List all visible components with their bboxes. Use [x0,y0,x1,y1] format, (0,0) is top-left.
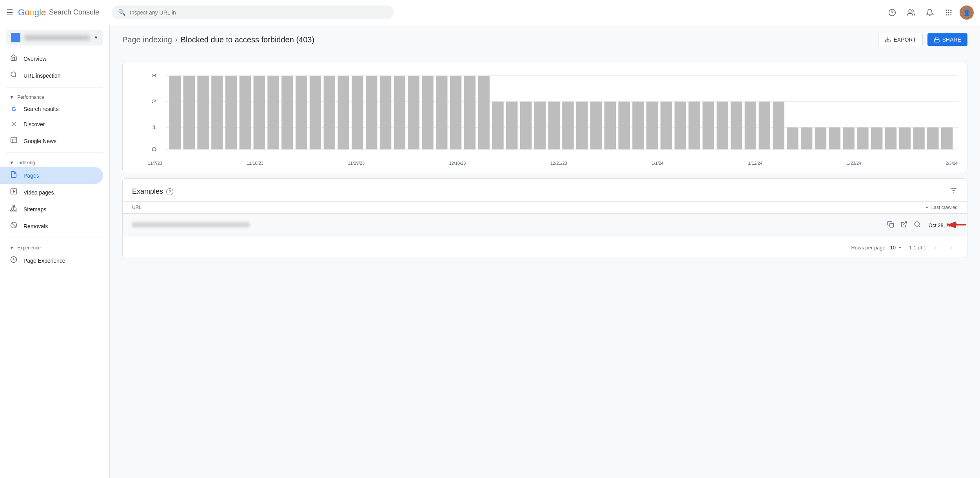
google-wordmark: Google [18,7,46,18]
app-name: Search Console [49,8,99,16]
property-selector[interactable]: ▼ [6,30,103,45]
svg-rect-83 [773,102,784,149]
menu-icon[interactable]: ☰ [6,8,13,17]
sidebar-item-overview[interactable]: Overview [0,50,103,67]
svg-rect-44 [225,76,237,149]
section-experience-label: Experience [17,245,41,251]
svg-rect-45 [240,76,251,149]
svg-rect-47 [267,76,279,149]
svg-line-102 [918,225,920,227]
user-avatar[interactable]: 👤 [960,5,974,20]
sidebar-item-discover[interactable]: ✳ Discover [0,116,103,133]
section-performance-label: Performance [17,95,44,100]
rows-per-page-select[interactable]: 10 [890,245,902,251]
url-column-label: URL [132,205,142,210]
chevron-down-icon: ▼ [9,95,14,100]
svg-point-101 [915,222,919,226]
download-icon [885,36,891,43]
sidebar-item-google-news[interactable]: Google News [0,133,103,149]
svg-rect-63 [492,102,503,149]
svg-point-2 [946,9,947,11]
help-icon-button[interactable] [884,5,900,20]
topnav-right-actions: 👤 [884,5,974,20]
x-label-1: 11/18/23 [247,161,263,165]
manage-users-icon-button[interactable] [903,5,919,20]
table-col-crawled-header[interactable]: Last crawled [924,205,958,210]
breadcrumb-current: Blocked due to access forbidden (403) [181,35,314,44]
table-row-actions [886,219,922,231]
home-icon [9,54,18,63]
sidebar-item-url-inspection[interactable]: URL inspection [0,67,103,84]
svg-rect-57 [408,76,419,149]
svg-rect-59 [436,76,447,149]
svg-rect-64 [506,102,517,149]
sidebar-item-search-results[interactable]: G Search results [0,102,103,116]
svg-point-4 [950,9,951,11]
sort-down-icon [924,205,930,210]
examples-help-icon[interactable]: ? [166,188,173,195]
section-indexing[interactable]: ▼ Indexing [0,156,109,167]
section-experience[interactable]: ▼ Experience [0,241,109,252]
url-search-input[interactable] [130,9,388,16]
x-label-2: 11/29/23 [348,161,365,165]
pagination-next-button[interactable]: › [945,241,958,254]
sidebar-item-video-pages[interactable]: Video pages [0,184,103,201]
svg-rect-65 [520,102,532,149]
svg-rect-82 [759,102,770,149]
svg-rect-55 [380,76,391,149]
rows-per-page-label: Rows per page: [851,245,887,251]
svg-rect-68 [562,102,573,149]
svg-rect-81 [745,102,756,149]
svg-rect-87 [829,127,840,149]
svg-rect-43 [211,76,223,149]
property-favicon [11,33,20,42]
filter-icon[interactable] [950,187,958,196]
svg-text:1: 1 [151,125,157,130]
svg-point-9 [948,14,949,15]
svg-rect-51 [324,76,335,149]
svg-rect-77 [688,102,700,149]
sidebar-item-page-experience[interactable]: Page Experience [0,252,103,269]
sitemaps-icon [9,205,18,214]
table-row-date: Oct 28, 2023 [929,222,958,228]
external-link-icon[interactable] [899,219,909,231]
sidebar-item-label-pages: Pages [24,173,39,179]
export-button[interactable]: EXPORT [878,33,922,46]
url-search-bar[interactable]: 🔍 [112,5,394,19]
copy-icon[interactable] [886,219,896,231]
sidebar-item-label-sitemaps: Sitemaps [24,206,46,213]
chart-container: 3 2 1 0 [123,62,967,172]
page-layout: ▼ Overview URL inspection ▼ Performance … [0,25,980,272]
svg-point-3 [948,9,949,11]
pagination-prev-button[interactable]: ‹ [929,241,942,254]
sidebar-item-sitemaps[interactable]: Sitemaps [0,201,103,218]
svg-rect-42 [197,76,209,149]
rows-per-page: Rows per page: 10 [851,245,903,251]
sidebar-item-pages[interactable]: Pages [0,167,103,184]
apps-grid-icon-button[interactable] [941,5,956,20]
table-header: URL Last crawled [123,202,967,214]
svg-line-12 [15,76,16,77]
svg-point-7 [950,12,951,13]
inspect-icon[interactable] [912,219,922,231]
notifications-icon-button[interactable] [922,5,938,20]
breadcrumb-parent[interactable]: Page indexing [122,35,172,44]
main-content: Page indexing › Blocked due to access fo… [110,25,980,272]
property-dropdown-icon: ▼ [94,35,98,40]
crawled-column-label: Last crawled [931,205,958,210]
page-experience-icon [9,256,18,265]
x-label-5: 1/1/24 [652,161,664,165]
section-performance[interactable]: ▼ Performance [0,91,109,102]
svg-rect-75 [661,102,672,149]
share-button[interactable]: SHARE [927,33,967,46]
url-inspection-icon [9,71,18,80]
lock-icon [934,36,940,43]
google-news-icon [9,136,18,145]
x-label-4: 12/21/23 [550,161,567,165]
svg-text:0: 0 [151,147,157,152]
svg-rect-56 [394,76,405,149]
export-button-label: EXPORT [893,36,916,43]
sidebar-item-removals[interactable]: Removals [0,218,103,234]
svg-point-8 [946,14,947,15]
breadcrumb-separator: › [175,36,178,44]
